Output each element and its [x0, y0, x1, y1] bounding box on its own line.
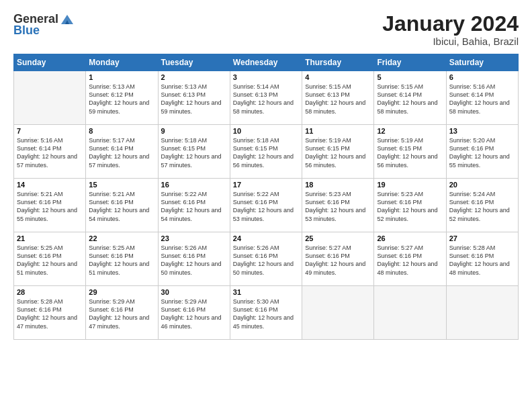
- day-number: 30: [161, 288, 227, 296]
- day-number: 10: [233, 127, 299, 135]
- calendar-cell: 30Sunrise: 5:29 AMSunset: 6:16 PMDayligh…: [158, 286, 230, 340]
- day-info: Sunrise: 5:23 AMSunset: 6:16 PMDaylight:…: [377, 190, 443, 223]
- day-number: 15: [89, 181, 154, 189]
- calendar-week-2: 7Sunrise: 5:16 AMSunset: 6:14 PMDaylight…: [14, 125, 519, 179]
- calendar-cell: 18Sunrise: 5:23 AMSunset: 6:16 PMDayligh…: [302, 179, 374, 232]
- day-info: Sunrise: 5:27 AMSunset: 6:16 PMDaylight:…: [305, 244, 371, 277]
- day-info: Sunrise: 5:13 AMSunset: 6:12 PMDaylight:…: [89, 83, 154, 116]
- day-number: 29: [89, 288, 154, 296]
- weekday-header-row: SundayMondayTuesdayWednesdayThursdayFrid…: [14, 54, 519, 71]
- title-block: January 2024 Ibicui, Bahia, Brazil: [382, 12, 519, 47]
- day-number: 31: [233, 288, 299, 296]
- day-number: 14: [17, 181, 83, 189]
- calendar-cell: 27Sunrise: 5:28 AMSunset: 6:16 PMDayligh…: [446, 232, 518, 286]
- calendar-cell: 28Sunrise: 5:28 AMSunset: 6:16 PMDayligh…: [14, 286, 86, 340]
- day-number: 20: [449, 181, 515, 189]
- day-number: 4: [305, 73, 371, 81]
- calendar-cell: 26Sunrise: 5:27 AMSunset: 6:16 PMDayligh…: [374, 232, 446, 286]
- calendar-cell: 24Sunrise: 5:26 AMSunset: 6:16 PMDayligh…: [230, 232, 302, 286]
- day-info: Sunrise: 5:25 AMSunset: 6:16 PMDaylight:…: [17, 244, 83, 277]
- calendar-cell: 6Sunrise: 5:16 AMSunset: 6:14 PMDaylight…: [446, 71, 518, 125]
- day-number: 6: [449, 73, 515, 81]
- day-number: 12: [377, 127, 443, 135]
- day-number: 24: [233, 234, 299, 242]
- day-number: 11: [305, 127, 371, 135]
- calendar-subtitle: Ibicui, Bahia, Brazil: [382, 36, 519, 47]
- day-info: Sunrise: 5:16 AMSunset: 6:14 PMDaylight:…: [449, 83, 515, 116]
- weekday-header-thursday: Thursday: [302, 54, 374, 71]
- calendar-cell: [374, 286, 446, 340]
- calendar-cell: 16Sunrise: 5:22 AMSunset: 6:16 PMDayligh…: [158, 179, 230, 232]
- day-number: 22: [89, 234, 154, 242]
- calendar-cell: 11Sunrise: 5:19 AMSunset: 6:15 PMDayligh…: [302, 125, 374, 179]
- logo: General Blue: [13, 12, 75, 38]
- day-info: Sunrise: 5:25 AMSunset: 6:16 PMDaylight:…: [89, 244, 154, 277]
- day-info: Sunrise: 5:24 AMSunset: 6:16 PMDaylight:…: [449, 190, 515, 223]
- day-info: Sunrise: 5:13 AMSunset: 6:13 PMDaylight:…: [161, 83, 227, 116]
- calendar-cell: 22Sunrise: 5:25 AMSunset: 6:16 PMDayligh…: [86, 232, 158, 286]
- weekday-header-monday: Monday: [86, 54, 158, 71]
- calendar-cell: 31Sunrise: 5:30 AMSunset: 6:16 PMDayligh…: [230, 286, 302, 340]
- day-number: 16: [161, 181, 227, 189]
- day-info: Sunrise: 5:29 AMSunset: 6:16 PMDaylight:…: [161, 298, 227, 330]
- calendar-table: SundayMondayTuesdayWednesdayThursdayFrid…: [13, 54, 519, 340]
- header: General Blue January 2024 Ibicui, Bahia,…: [13, 12, 519, 47]
- day-info: Sunrise: 5:26 AMSunset: 6:16 PMDaylight:…: [161, 244, 227, 277]
- day-info: Sunrise: 5:19 AMSunset: 6:15 PMDaylight:…: [305, 136, 371, 169]
- day-info: Sunrise: 5:18 AMSunset: 6:15 PMDaylight:…: [161, 136, 227, 169]
- day-info: Sunrise: 5:15 AMSunset: 6:13 PMDaylight:…: [305, 83, 371, 116]
- day-info: Sunrise: 5:22 AMSunset: 6:16 PMDaylight:…: [161, 190, 227, 223]
- calendar-cell: 2Sunrise: 5:13 AMSunset: 6:13 PMDaylight…: [158, 71, 230, 125]
- day-number: 19: [377, 181, 443, 189]
- weekday-header-sunday: Sunday: [14, 54, 86, 71]
- calendar-cell: [14, 71, 86, 125]
- calendar-cell: [302, 286, 374, 340]
- day-info: Sunrise: 5:16 AMSunset: 6:14 PMDaylight:…: [17, 136, 83, 169]
- calendar-title: January 2024: [382, 12, 519, 36]
- day-info: Sunrise: 5:21 AMSunset: 6:16 PMDaylight:…: [17, 190, 83, 223]
- calendar-cell: 13Sunrise: 5:20 AMSunset: 6:16 PMDayligh…: [446, 125, 518, 179]
- day-number: 23: [161, 234, 227, 242]
- calendar-cell: 20Sunrise: 5:24 AMSunset: 6:16 PMDayligh…: [446, 179, 518, 232]
- day-number: 5: [377, 73, 443, 81]
- day-info: Sunrise: 5:15 AMSunset: 6:14 PMDaylight:…: [377, 83, 443, 116]
- calendar-cell: 14Sunrise: 5:21 AMSunset: 6:16 PMDayligh…: [14, 179, 86, 232]
- day-number: 9: [161, 127, 227, 135]
- calendar-cell: 23Sunrise: 5:26 AMSunset: 6:16 PMDayligh…: [158, 232, 230, 286]
- day-number: 1: [89, 73, 154, 81]
- calendar-cell: 10Sunrise: 5:18 AMSunset: 6:15 PMDayligh…: [230, 125, 302, 179]
- day-number: 7: [17, 127, 83, 135]
- day-info: Sunrise: 5:30 AMSunset: 6:16 PMDaylight:…: [233, 298, 299, 330]
- calendar-cell: 12Sunrise: 5:19 AMSunset: 6:15 PMDayligh…: [374, 125, 446, 179]
- day-info: Sunrise: 5:22 AMSunset: 6:16 PMDaylight:…: [233, 190, 299, 223]
- calendar-week-5: 28Sunrise: 5:28 AMSunset: 6:16 PMDayligh…: [14, 286, 519, 340]
- day-number: 13: [449, 127, 515, 135]
- day-number: 27: [449, 234, 515, 242]
- calendar-cell: 5Sunrise: 5:15 AMSunset: 6:14 PMDaylight…: [374, 71, 446, 125]
- day-info: Sunrise: 5:14 AMSunset: 6:13 PMDaylight:…: [233, 83, 299, 116]
- calendar-cell: 4Sunrise: 5:15 AMSunset: 6:13 PMDaylight…: [302, 71, 374, 125]
- weekday-header-tuesday: Tuesday: [158, 54, 230, 71]
- day-info: Sunrise: 5:28 AMSunset: 6:16 PMDaylight:…: [17, 298, 83, 330]
- weekday-header-friday: Friday: [374, 54, 446, 71]
- calendar-cell: 19Sunrise: 5:23 AMSunset: 6:16 PMDayligh…: [374, 179, 446, 232]
- day-number: 3: [233, 73, 299, 81]
- calendar-cell: 8Sunrise: 5:17 AMSunset: 6:14 PMDaylight…: [86, 125, 158, 179]
- calendar-week-3: 14Sunrise: 5:21 AMSunset: 6:16 PMDayligh…: [14, 179, 519, 232]
- day-number: 28: [17, 288, 83, 296]
- calendar-cell: 9Sunrise: 5:18 AMSunset: 6:15 PMDaylight…: [158, 125, 230, 179]
- day-number: 17: [233, 181, 299, 189]
- weekday-header-wednesday: Wednesday: [230, 54, 302, 71]
- calendar-cell: 25Sunrise: 5:27 AMSunset: 6:16 PMDayligh…: [302, 232, 374, 286]
- day-info: Sunrise: 5:29 AMSunset: 6:16 PMDaylight:…: [89, 298, 154, 330]
- day-number: 21: [17, 234, 83, 242]
- calendar-cell: 3Sunrise: 5:14 AMSunset: 6:13 PMDaylight…: [230, 71, 302, 125]
- day-info: Sunrise: 5:18 AMSunset: 6:15 PMDaylight:…: [233, 136, 299, 169]
- calendar-cell: 7Sunrise: 5:16 AMSunset: 6:14 PMDaylight…: [14, 125, 86, 179]
- day-info: Sunrise: 5:17 AMSunset: 6:14 PMDaylight:…: [89, 136, 154, 169]
- calendar-week-1: 1Sunrise: 5:13 AMSunset: 6:12 PMDaylight…: [14, 71, 519, 125]
- day-info: Sunrise: 5:19 AMSunset: 6:15 PMDaylight:…: [377, 136, 443, 169]
- day-info: Sunrise: 5:28 AMSunset: 6:16 PMDaylight:…: [449, 244, 515, 277]
- calendar-cell: 29Sunrise: 5:29 AMSunset: 6:16 PMDayligh…: [86, 286, 158, 340]
- calendar-cell: 1Sunrise: 5:13 AMSunset: 6:12 PMDaylight…: [86, 71, 158, 125]
